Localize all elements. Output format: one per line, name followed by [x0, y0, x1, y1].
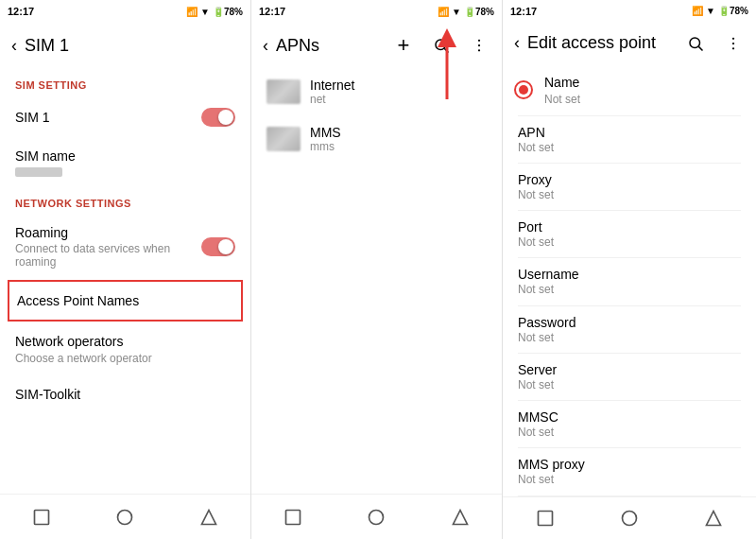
svg-point-1 [118, 510, 132, 524]
svg-point-5 [478, 40, 480, 42]
page-title-3: Edit access point [527, 33, 677, 53]
roaming-item[interactable]: Roaming Connect to data services when ro… [0, 215, 250, 278]
mmsc-field-value: Not set [518, 426, 554, 439]
proxy-field-value: Not set [518, 188, 554, 201]
section-sim-setting: SIM SETTING [0, 68, 250, 96]
svg-rect-0 [35, 510, 49, 524]
apn-title: Access Point Names [17, 292, 233, 309]
mmsc-field-title: MMSC [518, 409, 558, 425]
status-icons-3: 📶 ▼ 🔋78% [692, 6, 748, 16]
wifi-icon-3: 📶 [692, 6, 703, 16]
roaming-title: Roaming [15, 224, 201, 241]
svg-marker-12 [453, 510, 467, 524]
sim-name-title: SIM name [15, 148, 235, 165]
panel-apns: 12:17 📶 ▼ 🔋78% ‹ APNs + Internet net [251, 0, 503, 539]
time-2: 12:17 [259, 6, 285, 17]
sim1-title: SIM 1 [15, 109, 201, 126]
network-operators-item[interactable]: Network operators Choose a network opera… [0, 323, 250, 374]
svg-line-14 [698, 46, 702, 50]
name-field-value: Not set [544, 93, 745, 106]
server-field-value: Not set [518, 378, 554, 391]
mmsc-field-item[interactable]: MMSC Not set [503, 401, 756, 447]
username-field-title: Username [518, 267, 579, 282]
apn-internet-thumb [266, 79, 301, 104]
bottom-nav-2 [251, 494, 502, 539]
mmsproxy-field-value: Not set [518, 473, 554, 486]
port-field-title: Port [518, 219, 542, 235]
apn-field-item[interactable]: APN Not set [503, 116, 756, 163]
page-title-1: SIM 1 [25, 36, 243, 56]
proxy-field-item[interactable]: Proxy Not set [503, 164, 756, 210]
panel-sim1: 12:17 📶 ▼ 🔋78% ‹ SIM 1 SIM SETTING SIM 1… [0, 0, 251, 539]
name-field-title: Name [544, 74, 745, 91]
sim-name-item[interactable]: SIM name [0, 138, 250, 186]
red-arrow-svg [419, 28, 475, 104]
recents-button-3[interactable] [696, 501, 730, 535]
battery-icon-3: 🔋78% [718, 6, 748, 16]
apn-field-value: Not set [518, 141, 554, 154]
top-bar-1: ‹ SIM 1 [0, 23, 250, 68]
sim1-item[interactable]: SIM 1 [0, 96, 250, 138]
mmsproxy-field-title: MMS proxy [518, 457, 585, 472]
apn-mms-sub: mms [310, 140, 487, 153]
search-button-3[interactable] [680, 28, 711, 59]
port-field-item[interactable]: Port Not set [503, 211, 756, 257]
home-button-2[interactable] [276, 500, 310, 534]
time-1: 12:17 [8, 6, 34, 17]
wifi-icon-2: 📶 [438, 7, 449, 17]
more-button-3[interactable] [718, 28, 748, 59]
name-radio [514, 80, 533, 99]
username-field-item[interactable]: Username Not set [503, 258, 756, 304]
apn-field-title: APN [518, 125, 545, 140]
status-icons-1: 📶 ▼ 🔋78% [186, 7, 243, 17]
mmsproxy-field-item[interactable]: MMS proxy Not set [503, 448, 756, 495]
wifi-icon: 📶 [186, 7, 198, 17]
sim-name-value [15, 167, 62, 177]
back-button-2[interactable]: ‹ [259, 32, 272, 60]
time-3: 12:17 [510, 6, 537, 17]
back-button-3[interactable]: ‹ [510, 29, 524, 57]
bottom-nav-3 [503, 496, 756, 539]
signal-icon-2: ▼ [452, 7, 461, 17]
recents-button-1[interactable] [192, 500, 226, 534]
svg-point-19 [622, 511, 636, 525]
svg-point-16 [732, 43, 734, 44]
svg-point-11 [369, 510, 384, 524]
roaming-toggle[interactable] [201, 237, 235, 256]
back-gesture-3[interactable] [612, 501, 646, 535]
sim-toolkit-item[interactable]: SIM-Toolkit [0, 374, 250, 416]
network-operators-subtitle: Choose a network operator [15, 352, 235, 365]
sim-toolkit-title: SIM-Toolkit [15, 386, 235, 403]
apn-mms-name: MMS [310, 125, 487, 140]
add-apn-button[interactable]: + [388, 30, 419, 61]
back-button-1[interactable]: ‹ [8, 32, 21, 60]
sim1-toggle[interactable] [201, 108, 235, 127]
home-button-3[interactable] [528, 501, 562, 535]
password-field-value: Not set [518, 331, 554, 344]
password-field-item[interactable]: Password Not set [503, 306, 756, 353]
proxy-field-title: Proxy [518, 172, 552, 187]
bottom-nav-1 [0, 494, 250, 539]
signal-icon: ▼ [200, 7, 210, 17]
status-bar-2: 12:17 📶 ▼ 🔋78% [251, 0, 502, 23]
svg-point-6 [478, 44, 480, 46]
roaming-subtitle: Connect to data services when roaming [15, 242, 201, 269]
apn-item[interactable]: Access Point Names [8, 280, 243, 322]
page-title-2: APNs [276, 36, 385, 56]
status-bar-3: 12:17 📶 ▼ 🔋78% [503, 0, 756, 22]
back-gesture-2[interactable] [359, 500, 393, 534]
network-operators-title: Network operators [15, 333, 235, 350]
top-actions-3 [680, 28, 748, 59]
server-field-title: Server [518, 362, 557, 377]
svg-rect-18 [538, 511, 552, 525]
home-button-1[interactable] [25, 500, 59, 534]
username-field-value: Not set [518, 283, 554, 296]
apn-mms-thumb [266, 127, 301, 151]
server-field-item[interactable]: Server Not set [503, 354, 756, 400]
back-gesture-1[interactable] [108, 500, 142, 534]
svg-point-17 [732, 47, 734, 49]
name-field-item[interactable]: Name Not set [503, 64, 756, 114]
svg-point-15 [732, 37, 734, 39]
recents-button-2[interactable] [443, 500, 477, 534]
apn-mms-item[interactable]: MMS mms [251, 115, 502, 163]
